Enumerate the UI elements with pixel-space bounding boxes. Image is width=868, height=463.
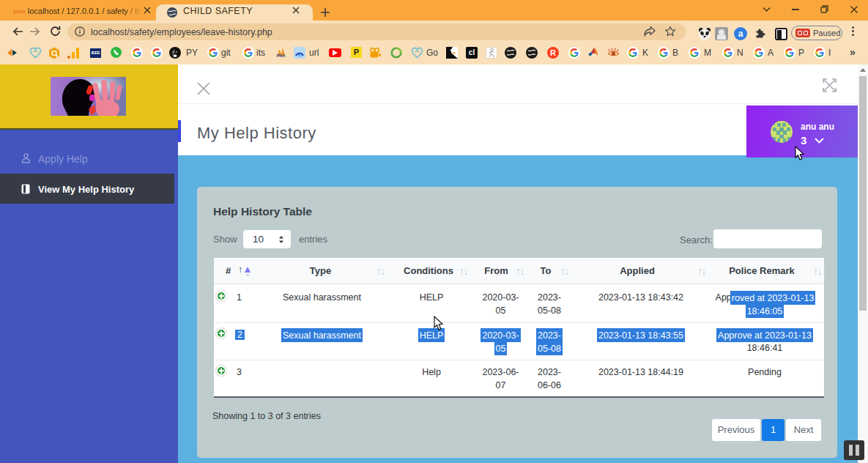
svg-text:PMA: PMA [276, 53, 285, 58]
